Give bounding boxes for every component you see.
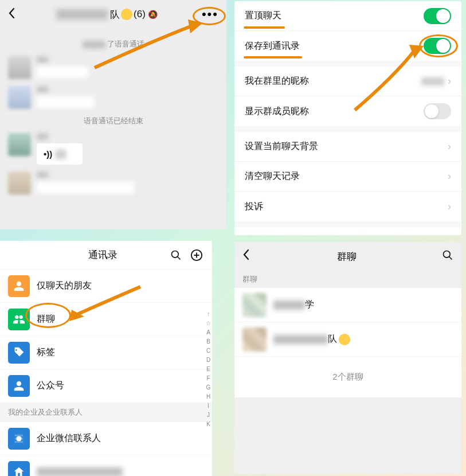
add-icon[interactable] <box>189 248 204 263</box>
setting-save-contacts[interactable]: 保存到通讯录 <box>234 31 461 61</box>
index-letter[interactable]: C <box>206 346 211 356</box>
group-chat-item[interactable]: 学 <box>234 288 461 322</box>
chat-message <box>8 56 218 79</box>
setting-background[interactable]: 设置当前聊天背景 › <box>234 132 461 162</box>
contacts-section-header: 我的企业及企业联系人 <box>0 403 212 422</box>
svg-line-10 <box>449 256 452 259</box>
contacts-item-official[interactable]: 公众号 <box>0 369 212 403</box>
group-list-category: 群聊 <box>234 271 461 288</box>
toggle-save-contacts[interactable] <box>424 38 451 54</box>
index-letter[interactable]: K <box>206 420 211 429</box>
system-message: 语音通话已经结束 <box>8 116 218 126</box>
svg-point-9 <box>444 251 451 257</box>
index-letter[interactable]: B <box>206 337 211 346</box>
group-list-screen: 群聊 群聊 学 队 2个群聊 <box>234 242 461 474</box>
chevron-right-icon: › <box>448 201 451 213</box>
back-button[interactable] <box>8 7 18 22</box>
toggle-pin[interactable] <box>424 8 451 24</box>
chat-settings-screen: 置顶聊天 保存到通讯录 我在群里的昵称 › 显示群成员昵称 设置当前聊天背景 ›… <box>234 1 461 235</box>
chat-title-suffix: 队 <box>110 8 120 21</box>
index-letter[interactable]: G <box>206 383 211 392</box>
index-letter[interactable]: ↑ <box>206 310 211 319</box>
contacts-title: 通讯录 <box>42 248 163 262</box>
avatar[interactable] <box>8 86 31 109</box>
group-chat-item[interactable]: 队 <box>234 322 461 357</box>
avatar[interactable] <box>8 171 31 194</box>
avatar[interactable] <box>8 56 31 79</box>
chat-title: 队 (6) 🔕 <box>18 8 195 21</box>
chevron-right-icon: › <box>448 141 451 153</box>
mute-icon: 🔕 <box>148 10 158 19</box>
index-letter[interactable]: E <box>206 365 211 374</box>
index-letter[interactable]: A <box>206 328 211 337</box>
group-count: 2个群聊 <box>234 357 461 397</box>
emoji-icon <box>121 9 132 20</box>
chat-member-count: (6) <box>134 9 146 20</box>
chat-message: •)) <box>8 133 218 165</box>
index-letter[interactable]: D <box>206 356 211 365</box>
chevron-right-icon: › <box>448 170 451 182</box>
search-icon[interactable] <box>169 248 183 263</box>
setting-my-nickname[interactable]: 我在群里的昵称 › <box>234 67 461 96</box>
group-list-title: 群聊 <box>255 250 438 263</box>
contacts-header: 通讯录 <box>0 241 212 270</box>
setting-pin-chat[interactable]: 置顶聊天 <box>234 1 461 31</box>
index-letter[interactable]: I <box>206 401 211 411</box>
chevron-right-icon: › <box>448 75 451 87</box>
alphabet-index[interactable]: ↑☆ABCDEFGHIJK <box>206 310 211 429</box>
group-avatar <box>242 327 267 352</box>
back-button[interactable] <box>242 249 255 264</box>
index-letter[interactable]: F <box>206 374 211 383</box>
system-message: 了语音通话 <box>8 39 218 49</box>
svg-point-7 <box>16 436 21 441</box>
index-letter[interactable]: ☆ <box>206 319 211 328</box>
audio-message[interactable]: •)) <box>37 143 83 165</box>
contacts-item-work[interactable]: 企业微信联系人 <box>0 422 212 455</box>
search-icon[interactable] <box>438 249 453 264</box>
setting-report[interactable]: 投诉 › <box>234 192 461 221</box>
contacts-item-group-chats[interactable]: 群聊 <box>0 303 212 336</box>
avatar[interactable] <box>8 133 31 156</box>
contacts-screen: 通讯录 仅聊天的朋友 群聊 标签 公众号 我的企业及企业联系人 企业微信联系人 … <box>0 241 212 476</box>
group-list-header: 群聊 <box>234 242 461 271</box>
chat-body: 了语音通话 语音通话已经结束 •)) <box>0 29 226 206</box>
chat-message <box>8 86 218 109</box>
contacts-item-tags[interactable]: 标签 <box>0 336 212 369</box>
index-letter[interactable]: J <box>206 411 211 420</box>
setting-show-nicknames[interactable]: 显示群成员昵称 <box>234 96 461 126</box>
contacts-item-new-friends[interactable]: 仅聊天的朋友 <box>0 270 212 303</box>
setting-clear-history[interactable]: 清空聊天记录 › <box>234 162 461 192</box>
exit-group-button[interactable]: 退出群聊 <box>234 227 461 235</box>
chat-header: 队 (6) 🔕 ••• <box>0 0 226 29</box>
toggle-show-nicknames[interactable] <box>424 103 451 119</box>
more-button[interactable]: ••• <box>195 7 218 22</box>
audio-icon: •)) <box>44 149 52 159</box>
index-letter[interactable]: H <box>206 392 211 401</box>
emoji-icon <box>339 334 350 345</box>
chat-message <box>8 171 218 194</box>
svg-point-2 <box>172 251 179 257</box>
svg-line-3 <box>178 256 181 259</box>
chat-screen: 队 (6) 🔕 ••• 了语音通话 语音通话已经结束 <box>0 0 226 229</box>
group-avatar <box>242 293 267 317</box>
contacts-item-blurred[interactable] <box>0 455 212 476</box>
